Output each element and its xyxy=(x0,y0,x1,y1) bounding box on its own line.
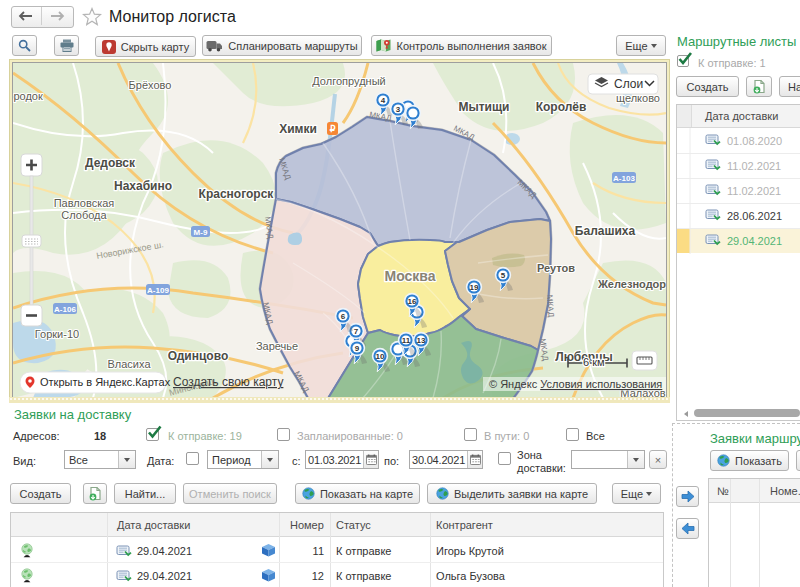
svg-text:МКАД: МКАД xyxy=(545,295,556,318)
svg-text:19: 19 xyxy=(470,283,479,292)
svg-text:Долгопрудный: Долгопрудный xyxy=(312,75,385,87)
svg-text:Балашиха: Балашиха xyxy=(575,224,636,238)
svg-text:₽: ₽ xyxy=(330,124,336,134)
svg-text:А-103: А-103 xyxy=(613,174,635,183)
svg-text:3: 3 xyxy=(396,105,401,114)
svg-text:© Яндекс Условия использования: © Яндекс Условия использования xyxy=(489,378,662,390)
svg-text:6 км: 6 км xyxy=(583,356,605,368)
svg-text:Создать свою карту: Создать свою карту xyxy=(173,375,283,389)
svg-text:11: 11 xyxy=(313,545,324,557)
svg-text:11: 11 xyxy=(402,336,411,345)
svg-text:12: 12 xyxy=(312,570,324,582)
svg-text:К отправке: К отправке xyxy=(336,545,391,557)
svg-text:Павловская: Павловская xyxy=(54,197,115,209)
svg-text:А-109: А-109 xyxy=(147,286,169,295)
svg-text:Мытищи: Мытищи xyxy=(459,100,510,114)
svg-text:11.02.2021: 11.02.2021 xyxy=(727,160,781,172)
svg-text:Открыть в Яндекс.Картах: Открыть в Яндекс.Картах xyxy=(40,376,171,388)
svg-text:ородок: ородок xyxy=(13,90,43,102)
svg-text:29.04.2021: 29.04.2021 xyxy=(137,545,192,557)
svg-text:Королёв: Королёв xyxy=(536,100,587,114)
svg-text:6: 6 xyxy=(341,312,346,321)
svg-text:Заречье: Заречье xyxy=(256,340,298,352)
svg-text:9: 9 xyxy=(355,344,360,353)
svg-text:Власиха: Власиха xyxy=(107,358,151,370)
svg-text:Игорь Крутой: Игорь Крутой xyxy=(436,545,504,557)
svg-text:29.04.2021: 29.04.2021 xyxy=(137,570,192,582)
svg-text:7: 7 xyxy=(354,327,359,336)
svg-text:К отправке: К отправке xyxy=(336,570,391,582)
svg-text:11.02.2021: 11.02.2021 xyxy=(727,185,781,197)
svg-text:13: 13 xyxy=(417,336,426,345)
svg-text:Брёхово: Брёхово xyxy=(129,79,172,91)
svg-text:Железнодор: Железнодор xyxy=(597,278,666,290)
svg-text:Химки: Химки xyxy=(279,122,317,136)
svg-text:29.04.2021: 29.04.2021 xyxy=(727,235,782,247)
svg-text:Нахабино: Нахабино xyxy=(114,179,172,193)
svg-text:28.06.2021: 28.06.2021 xyxy=(727,210,782,222)
svg-text:Одинцово: Одинцово xyxy=(168,349,229,363)
svg-text:01.08.2020: 01.08.2020 xyxy=(727,135,782,147)
svg-text:16: 16 xyxy=(408,297,417,306)
svg-text:4: 4 xyxy=(381,96,386,105)
svg-text:Красногорск: Красногорск xyxy=(199,187,275,201)
svg-text:Горки-10: Горки-10 xyxy=(35,328,79,340)
svg-text:Слобода: Слобода xyxy=(61,209,107,221)
svg-text:Дедовск: Дедовск xyxy=(85,156,136,170)
svg-text:Ольга Бузова: Ольга Бузова xyxy=(436,570,506,582)
svg-text:Слои: Слои xyxy=(614,77,643,91)
svg-text:Реутов: Реутов xyxy=(537,262,575,274)
svg-text:5: 5 xyxy=(501,271,506,280)
svg-text:10: 10 xyxy=(376,352,385,361)
svg-text:М-9: М-9 xyxy=(194,228,208,237)
svg-text:А-106: А-106 xyxy=(54,305,76,314)
svg-text:Москва: Москва xyxy=(384,268,435,284)
